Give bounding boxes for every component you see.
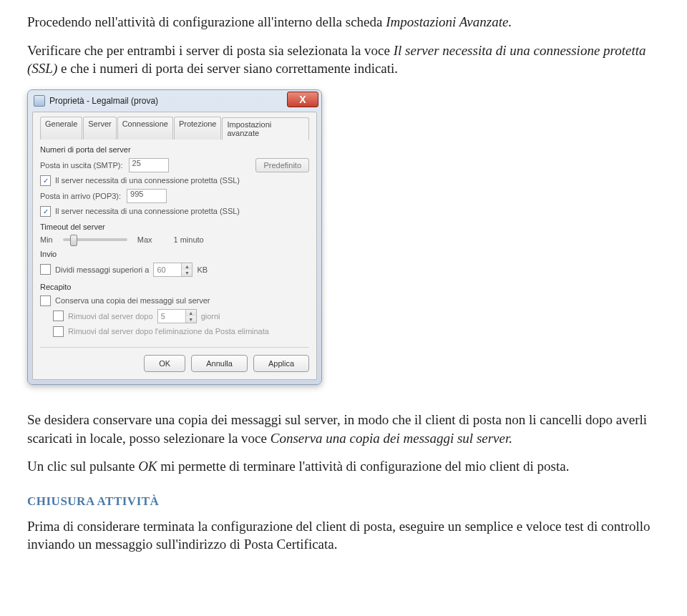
group-ports-label: Numeri di porta del server	[40, 145, 309, 154]
close-button[interactable]: X	[287, 92, 318, 107]
ok-button[interactable]: OK	[144, 355, 185, 372]
tab-protection[interactable]: Protezione	[174, 117, 222, 140]
apply-button[interactable]: Applica	[253, 355, 309, 372]
ssl-outgoing-label: Il server necessita di una connessione p…	[55, 176, 240, 185]
pop-row: Posta in arrivo (POP3): 995	[40, 189, 309, 203]
text: Verificare che per entrambi i server di …	[27, 43, 394, 58]
cancel-button[interactable]: Annulla	[191, 355, 248, 372]
text: mi permette di terminare l'attività di c…	[160, 459, 569, 474]
ssl-incoming-label: Il server necessita di una connessione p…	[55, 207, 240, 215]
pop-port-input[interactable]: 995	[127, 189, 167, 203]
timeout-min-label: Min	[40, 235, 53, 244]
split-size-spinner[interactable]: 60 ▲▼	[153, 263, 193, 277]
chevron-down-icon[interactable]: ▼	[182, 270, 192, 276]
split-row: Dividi messaggi superiori a 60 ▲▼ KB	[40, 263, 309, 277]
removeafter-value: 5	[158, 310, 185, 323]
ssl-incoming-checkbox[interactable]	[40, 206, 51, 217]
removeafter-unit: giorni	[201, 312, 220, 321]
section-heading: CHIUSURA ATTIVITÀ	[27, 494, 667, 509]
removeafter-row: Rimuovi dal server dopo 5 ▲▼ giorni	[40, 309, 309, 323]
keepcopy-label: Conserva una copia dei messaggi sul serv…	[55, 296, 210, 305]
tab-server[interactable]: Server	[83, 117, 116, 140]
timeout-max-label: Max	[137, 235, 152, 244]
split-size-value: 60	[154, 263, 181, 276]
text: Prima di considerare terminata la config…	[27, 519, 651, 552]
dialog-actions: OK Annulla Applica	[40, 347, 309, 372]
paragraph-verify: Verificare che per entrambi i server di …	[27, 41, 667, 78]
keepcopy-row: Conserva una copia dei messaggi sul serv…	[40, 295, 309, 306]
chevron-up-icon[interactable]: ▲	[186, 310, 196, 316]
tab-connection[interactable]: Connessione	[117, 117, 173, 140]
tab-general[interactable]: Generale	[40, 117, 82, 140]
removedeleted-label: Rimuovi dal server dopo l'eliminazione d…	[68, 327, 269, 336]
smtp-row: Posta in uscita (SMTP): 25 Predefinito	[40, 158, 309, 172]
dialog-screenshot: Proprietà - Legalmail (prova) X Generale…	[27, 89, 667, 385]
removedeleted-row: Rimuovi dal server dopo l'eliminazione d…	[40, 326, 309, 337]
tabstrip: Generale Server Connessione Protezione I…	[40, 117, 309, 140]
paragraph-intro: Procedendo nell'attività di configurazio…	[27, 13, 667, 31]
text: e che i numeri di porta dei server siano…	[61, 61, 398, 76]
chevron-up-icon[interactable]: ▲	[182, 263, 192, 270]
group-delivery-label: Recapito	[40, 283, 309, 291]
removedeleted-checkbox[interactable]	[53, 326, 64, 337]
default-button[interactable]: Predefinito	[255, 158, 309, 172]
smtp-port-input[interactable]: 25	[129, 158, 169, 172]
timeout-row: Min Max 1 minuto	[40, 235, 309, 244]
keepcopy-checkbox[interactable]	[40, 295, 51, 306]
timeout-value: 1 minuto	[174, 235, 204, 244]
smtp-label: Posta in uscita (SMTP):	[40, 161, 123, 170]
tab-advanced[interactable]: Impostazioni avanzate	[222, 117, 309, 140]
paragraph-closing: Prima di considerare terminata la config…	[27, 517, 667, 554]
group-timeout-label: Timeout del server	[40, 223, 309, 231]
titlebar: Proprietà - Legalmail (prova) X	[28, 90, 321, 112]
timeout-slider[interactable]	[63, 238, 127, 241]
ssl-incoming-row: Il server necessita di una connessione p…	[40, 206, 309, 217]
split-checkbox[interactable]	[40, 264, 51, 275]
split-label: Dividi messaggi superiori a	[55, 265, 149, 274]
split-unit: KB	[197, 265, 208, 274]
removeafter-checkbox[interactable]	[53, 311, 64, 321]
close-icon: X	[299, 94, 306, 105]
page: Procedendo nell'attività di configurazio…	[0, 0, 687, 585]
paragraph-keepcopy: Se desidera conservare una copia dei mes…	[27, 411, 667, 447]
paragraph-ok: Un clic sul pulsante OK mi permette di t…	[27, 457, 667, 476]
text-italic: Impostazioni Avanzate.	[386, 14, 512, 29]
text: Procedendo nell'attività di configurazio…	[27, 14, 386, 29]
text-italic: Conserva una copia dei messaggi sul serv…	[271, 431, 512, 446]
dialog-content: Generale Server Connessione Protezione I…	[32, 112, 317, 380]
removeafter-spinner[interactable]: 5 ▲▼	[157, 309, 197, 323]
chevron-down-icon[interactable]: ▼	[186, 316, 196, 323]
text: Un clic sul pulsante	[27, 459, 138, 474]
ssl-outgoing-checkbox[interactable]	[40, 175, 51, 186]
properties-dialog: Proprietà - Legalmail (prova) X Generale…	[27, 89, 322, 385]
app-icon	[34, 95, 45, 107]
window-title: Proprietà - Legalmail (prova)	[49, 96, 158, 106]
removeafter-label: Rimuovi dal server dopo	[68, 312, 153, 321]
ssl-outgoing-row: Il server necessita di una connessione p…	[40, 175, 309, 186]
text-italic: OK	[138, 459, 157, 474]
pop-label: Posta in arrivo (POP3):	[40, 192, 121, 200]
group-send-label: Invio	[40, 250, 309, 258]
